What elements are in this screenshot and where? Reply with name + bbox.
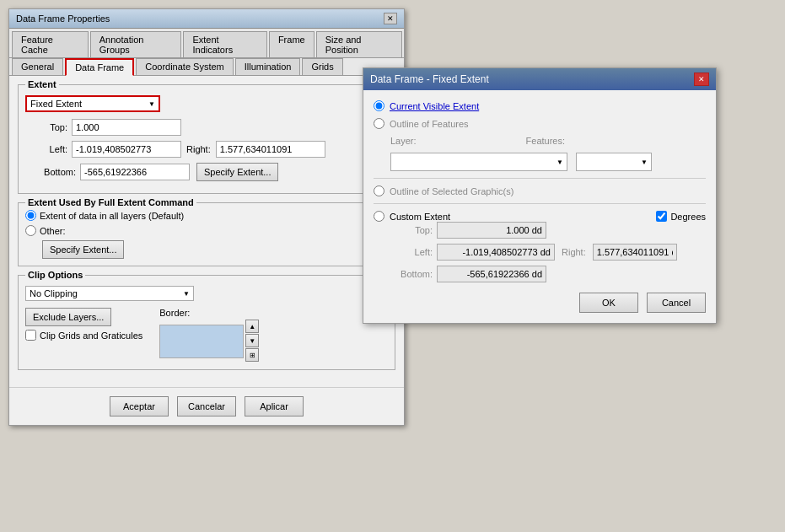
border-expand[interactable]: ⊞	[245, 348, 259, 362]
fe-close-button[interactable]: ✕	[694, 73, 709, 86]
custom-extent-row: Custom Extent Degrees	[374, 211, 706, 222]
border-col: Border: ▲ ▼ ⊞	[159, 308, 259, 363]
extent-dropdown-value: Fixed Extent	[30, 99, 82, 109]
left-input[interactable]	[72, 141, 181, 158]
fe-layer-label: Layer:	[390, 136, 417, 146]
main-dialog-buttons: Aceptar Cancelar Aplicar	[9, 387, 404, 425]
left-label: Left:	[25, 144, 67, 154]
main-close-button[interactable]: ✕	[384, 13, 397, 24]
main-titlebar: Data Frame Properties ✕	[9, 9, 404, 29]
fixed-extent-dialog: Data Frame - Fixed Extent ✕ Current Visi…	[363, 67, 717, 324]
aceptar-button[interactable]: Aceptar	[110, 396, 169, 416]
chevron-down-icon-layer: ▼	[556, 159, 563, 166]
clip-left-col: Exclude Layers... Clip Grids and Graticu…	[25, 308, 142, 341]
left-right-row: Left: Right:	[25, 141, 388, 158]
radio-other[interactable]	[25, 225, 36, 236]
fe-degrees-checkbox[interactable]	[656, 211, 667, 222]
clip-options-group: Clip Options No Clipping ▼ Exclude Layer…	[18, 275, 395, 370]
chevron-down-icon-clip: ▼	[183, 290, 190, 298]
tab-data-frame[interactable]: Data Frame	[65, 58, 134, 76]
fe-layer-features-labels: Layer: Features:	[390, 136, 706, 148]
fe-divider	[374, 178, 706, 179]
fe-radio-selected-label: Outline of Selected Graphic(s)	[390, 186, 513, 196]
extent-group-label: Extent	[25, 79, 59, 89]
fe-content: Current Visible Extent Outline of Featur…	[363, 90, 716, 323]
clip-grids-row: Clip Grids and Graticules	[25, 330, 142, 341]
radio-other-label: Other:	[40, 226, 66, 236]
top-input[interactable]	[72, 119, 181, 136]
border-controls: ▲ ▼ ⊞	[245, 320, 259, 363]
cancelar-button[interactable]: Cancelar	[177, 396, 236, 416]
right-input[interactable]	[216, 141, 325, 158]
fe-buttons: OK Cancel	[374, 293, 706, 313]
fe-top-label: Top:	[374, 225, 433, 235]
chevron-down-icon-features: ▼	[641, 159, 648, 166]
border-scroll-down[interactable]: ▼	[245, 334, 259, 347]
fe-top-input[interactable]	[437, 222, 546, 239]
bottom-row: Bottom: Specify Extent...	[25, 163, 388, 181]
clip-dropdown[interactable]: No Clipping ▼	[25, 286, 194, 301]
clip-dropdown-value: No Clipping	[30, 288, 78, 298]
fe-radio-selected[interactable]	[374, 185, 384, 196]
tab-extent-indicators[interactable]: Extent Indicators	[183, 31, 266, 57]
fe-features-label: Features:	[526, 136, 565, 146]
fe-bottom-input[interactable]	[437, 266, 546, 282]
extent-group: Extent Fixed Extent ▼ Top: Left: Right: …	[18, 84, 395, 194]
fe-features-dropdown[interactable]: ▼	[576, 153, 652, 171]
tab-grids[interactable]: Grids	[302, 58, 342, 75]
fe-radio-outline-label: Outline of Features	[390, 119, 469, 129]
fe-right-input[interactable]	[593, 244, 677, 261]
border-box: ▲ ▼ ⊞	[159, 320, 259, 363]
fe-titlebar: Data Frame - Fixed Extent ✕	[363, 68, 716, 90]
fe-radio-current-label: Current Visible Extent	[390, 101, 479, 111]
border-swatch[interactable]	[159, 325, 244, 358]
chevron-down-icon: ▼	[148, 100, 155, 108]
fe-left-label: Left:	[374, 247, 433, 257]
radio-other-row: Other:	[25, 225, 388, 236]
clip-grids-label: Clip Grids and Graticules	[40, 330, 142, 341]
tabs-row-2: General Data Frame Coordinate System Ill…	[9, 58, 404, 76]
tab-annotation-groups[interactable]: Annotation Groups	[90, 31, 182, 57]
fe-degrees-row: Degrees	[656, 211, 706, 222]
bottom-label: Bottom:	[25, 167, 76, 177]
clip-options-label: Clip Options	[25, 270, 85, 280]
tab-size-and-position[interactable]: Size and Position	[316, 31, 402, 57]
fe-layer-dropdown[interactable]: ▼	[390, 153, 567, 171]
aplicar-button[interactable]: Aplicar	[245, 396, 304, 416]
radio-all-layers-row: Extent of data in all layers (Default)	[25, 210, 388, 221]
fe-left-input[interactable]	[437, 244, 555, 261]
tab-coordinate-system[interactable]: Coordinate System	[136, 58, 234, 75]
fe-ok-button[interactable]: OK	[579, 293, 638, 313]
clip-bottom-row: Exclude Layers... Clip Grids and Graticu…	[25, 308, 388, 363]
radio-all-layers[interactable]	[25, 210, 36, 221]
tab-frame[interactable]: Frame	[269, 31, 315, 57]
tabs-row-1: Feature Cache Annotation Groups Extent I…	[9, 29, 404, 58]
dialog-content: Extent Fixed Extent ▼ Top: Left: Right: …	[9, 76, 404, 387]
fe-radio-current[interactable]	[374, 100, 384, 111]
tab-feature-cache[interactable]: Feature Cache	[12, 31, 89, 57]
fe-bottom-row: Bottom:	[374, 266, 706, 282]
clip-grids-checkbox[interactable]	[25, 330, 36, 341]
fe-radio-outline[interactable]	[374, 118, 384, 129]
fe-radio-outline-row: Outline of Features	[374, 118, 706, 129]
exclude-layers-button[interactable]: Exclude Layers...	[25, 308, 111, 326]
fe-right-label: Right:	[562, 247, 586, 257]
main-dialog-title: Data Frame Properties	[16, 13, 110, 24]
fe-cancel-button[interactable]: Cancel	[647, 293, 706, 313]
fe-dropdowns-row: ▼ ▼	[390, 153, 706, 171]
other-specify-button[interactable]: Specify Extent...	[42, 240, 124, 259]
bottom-input[interactable]	[80, 164, 190, 180]
specify-extent-button[interactable]: Specify Extent...	[196, 163, 278, 181]
extent-dropdown[interactable]: Fixed Extent ▼	[25, 95, 160, 112]
right-label: Right:	[186, 144, 211, 154]
tab-illumination[interactable]: Illumination	[235, 58, 301, 75]
tab-general[interactable]: General	[12, 58, 63, 75]
fe-left-right-row: Left: Right:	[374, 244, 706, 261]
fe-degrees-label: Degrees	[670, 212, 706, 222]
fe-radio-selected-row: Outline of Selected Graphic(s)	[374, 185, 706, 196]
border-scroll-up[interactable]: ▲	[245, 320, 259, 333]
fe-radio-custom-row: Custom Extent	[374, 211, 450, 222]
fe-radio-custom[interactable]	[374, 211, 384, 222]
top-label: Top:	[25, 122, 67, 132]
extent-used-label: Extent Used By Full Extent Command	[25, 197, 196, 207]
